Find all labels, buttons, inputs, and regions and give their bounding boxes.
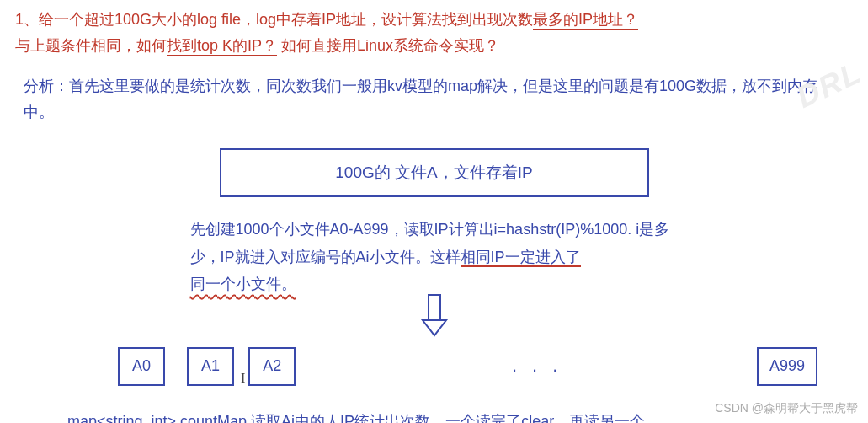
csdn-watermark: CSDN @森明帮大于黑虎帮	[715, 401, 858, 416]
main-file-box: 100G的 文件A，文件存着IP	[220, 148, 649, 197]
step-underlined1: 相同IP一定进入了	[461, 249, 581, 267]
question-line2-underlined: 找到top K的IP？	[167, 37, 277, 56]
svg-rect-0	[429, 295, 440, 320]
svg-marker-1	[423, 320, 446, 335]
small-file-A1: A1	[187, 347, 234, 386]
step-part1: 先创建1000个小文件A0-A999，读取IP计算出i=hashstr(IP)%…	[190, 221, 670, 265]
question-line1-underlined: 最多的IP地址？	[533, 11, 638, 30]
small-file-A999: A999	[757, 347, 817, 386]
small-file-A0: A0	[118, 347, 165, 386]
arrow-down-icon	[418, 293, 451, 339]
small-file-A2: A2	[248, 347, 296, 386]
question-line1-prefix: 1、给一个超过100G大小的log file，log中存着IP地址，设计算法找到…	[15, 11, 533, 28]
step-description: 先创建1000个小文件A0-A999，读取IP计算出i=hashstr(IP)%…	[182, 216, 687, 297]
small-files-row: A0 A1 I A2 . . . A999	[0, 347, 868, 386]
question-block: 1、给一个超过100G大小的log file，log中存着IP地址，设计算法找到…	[0, 0, 868, 58]
text-cursor-icon: I	[241, 371, 245, 386]
question-line2-suffix: 如何直接用Linux系统命令实现？	[281, 37, 499, 54]
question-line2-prefix: 与上题条件相同，如何	[15, 37, 167, 54]
step-underlined2: 同一个小文件。	[190, 276, 296, 292]
analysis-text: 分析：首先这里要做的是统计次数，同次数我们一般用kv模型的map解决，但是这里的…	[0, 58, 868, 125]
ellipsis: . . .	[317, 355, 757, 378]
